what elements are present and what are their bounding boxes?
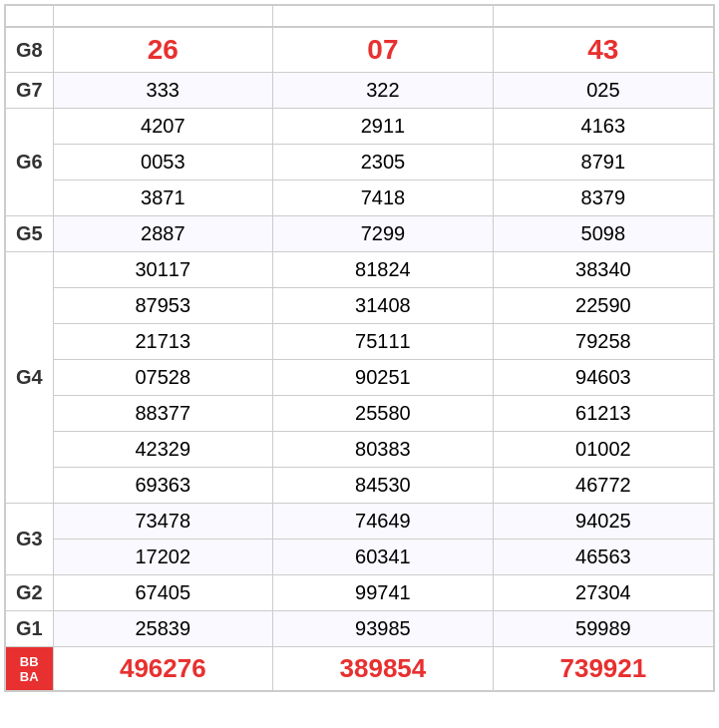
cell-g4-0-0: 30117 (53, 252, 273, 288)
cell-g4-4-2: 61213 (493, 396, 714, 432)
cell-g6-0-2: 4163 (493, 109, 714, 145)
cell-g5-2: 5098 (493, 216, 714, 252)
cell-g1-1: 93985 (273, 611, 494, 647)
cell-g4-2-2: 79258 (493, 324, 714, 360)
cell-g3-1-2: 46563 (493, 540, 714, 575)
row-g3-1: 172026034146563 (5, 540, 714, 575)
label-g4: G4 (5, 252, 53, 504)
cell-g2-2: 27304 (493, 575, 714, 611)
cell-g4-5-2: 01002 (493, 432, 714, 468)
label-g6: G6 (5, 109, 53, 216)
cell-g7-0: 333 (53, 73, 273, 109)
header-can-tho (273, 5, 494, 27)
cell-g4-1-1: 31408 (273, 288, 494, 324)
cell-g6-1-0: 0053 (53, 145, 273, 181)
row-g8: G8260743 (5, 27, 714, 73)
cell-g6-2-1: 7418 (273, 181, 494, 216)
row-g5: G5288772995098 (5, 216, 714, 252)
header-soc-trang (493, 5, 714, 27)
cell-g4-5-0: 42329 (53, 432, 273, 468)
cell-g3-0-2: 94025 (493, 504, 714, 540)
header-row (5, 5, 714, 27)
header-dong-nai (53, 5, 273, 27)
row-g7: G7333322025 (5, 73, 714, 109)
cell-g8-0: 26 (53, 27, 273, 73)
row-g6-0: G6420729114163 (5, 109, 714, 145)
cell-g6-0-0: 4207 (53, 109, 273, 145)
row-g4-4: 883772558061213 (5, 396, 714, 432)
cell-g4-2-0: 21713 (53, 324, 273, 360)
header-empty (5, 5, 53, 27)
cell-g7-1: 322 (273, 73, 494, 109)
label-g2: G2 (5, 575, 53, 611)
row-g4-0: G4301178182438340 (5, 252, 714, 288)
cell-g4-6-2: 46772 (493, 468, 714, 504)
cell-g4-4-1: 25580 (273, 396, 494, 432)
cell-g3-0-0: 73478 (53, 504, 273, 540)
row-g4-5: 423298038301002 (5, 432, 714, 468)
cell-g4-3-1: 90251 (273, 360, 494, 396)
cell-g8-1: 07 (273, 27, 494, 73)
row-db: BBBA496276389854739921 (5, 647, 714, 692)
label-g1: G1 (5, 611, 53, 647)
cell-g6-2-2: 8379 (493, 181, 714, 216)
cell-g4-1-2: 22590 (493, 288, 714, 324)
cell-g1-2: 59989 (493, 611, 714, 647)
cell-g3-0-1: 74649 (273, 504, 494, 540)
cell-g6-2-0: 3871 (53, 181, 273, 216)
row-g6-1: 005323058791 (5, 145, 714, 181)
cell-g6-1-2: 8791 (493, 145, 714, 181)
cell-g6-0-1: 2911 (273, 109, 494, 145)
cell-g4-1-0: 87953 (53, 288, 273, 324)
cell-db-1: 389854 (273, 647, 494, 692)
cell-g4-0-1: 81824 (273, 252, 494, 288)
cell-g4-0-2: 38340 (493, 252, 714, 288)
row-g6-2: 387174188379 (5, 181, 714, 216)
cell-g4-2-1: 75111 (273, 324, 494, 360)
cell-g5-0: 2887 (53, 216, 273, 252)
lottery-table: G8260743G7333322025G64207291141630053230… (4, 4, 715, 692)
cell-db-0: 496276 (53, 647, 273, 692)
cell-g4-5-1: 80383 (273, 432, 494, 468)
label-g3: G3 (5, 504, 53, 575)
cell-g3-1-1: 60341 (273, 540, 494, 575)
cell-g3-1-0: 17202 (53, 540, 273, 575)
cell-g4-3-0: 07528 (53, 360, 273, 396)
label-g7: G7 (5, 73, 53, 109)
cell-g7-2: 025 (493, 73, 714, 109)
label-g8: G8 (5, 27, 53, 73)
row-g2: G2674059974127304 (5, 575, 714, 611)
cell-g4-6-0: 69363 (53, 468, 273, 504)
label-g5: G5 (5, 216, 53, 252)
cell-g2-0: 67405 (53, 575, 273, 611)
cell-g4-4-0: 88377 (53, 396, 273, 432)
row-g4-6: 693638453046772 (5, 468, 714, 504)
cell-g4-6-1: 84530 (273, 468, 494, 504)
cell-db-2: 739921 (493, 647, 714, 692)
cell-g2-1: 99741 (273, 575, 494, 611)
cell-g4-3-2: 94603 (493, 360, 714, 396)
cell-g1-0: 25839 (53, 611, 273, 647)
cell-g8-2: 43 (493, 27, 714, 73)
row-g1: G1258399398559989 (5, 611, 714, 647)
row-g4-1: 879533140822590 (5, 288, 714, 324)
row-g3-0: G3734787464994025 (5, 504, 714, 540)
cell-g5-1: 7299 (273, 216, 494, 252)
cell-g6-1-1: 2305 (273, 145, 494, 181)
label-db: BBBA (5, 647, 53, 692)
row-g4-2: 217137511179258 (5, 324, 714, 360)
row-g4-3: 075289025194603 (5, 360, 714, 396)
